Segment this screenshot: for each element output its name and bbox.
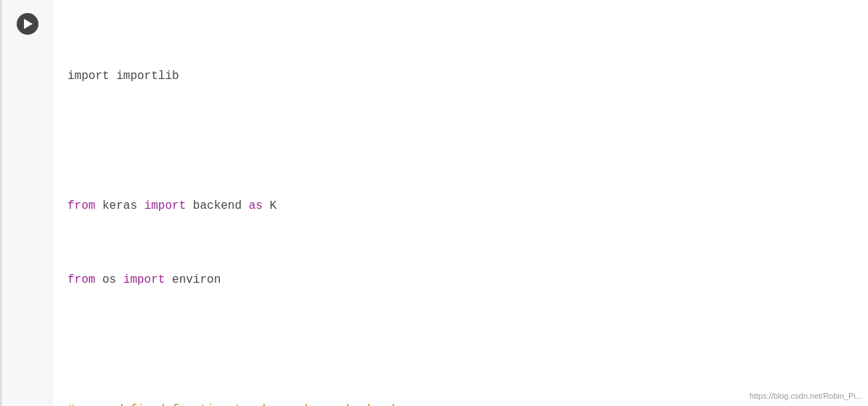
code-cell: import importlib from keras import backe… [0,0,868,406]
code-area: import importlib from keras import backe… [67,12,853,406]
watermark: https://blog.csdn.net/Robin_Pi... [750,392,862,400]
code-line-4: # user defined function to change keras … [67,401,853,406]
code-text: backend [186,199,248,212]
keyword-from: from [67,199,95,212]
code-line-3: from os import environ [67,271,853,290]
code-text: environ [165,273,221,286]
code-text: keras [95,199,144,212]
keyword-import2: import [144,199,187,212]
comment-line: # user defined function to change keras … [67,403,395,406]
keyword-import: import [67,70,110,83]
cell-gutter [2,0,53,406]
keyword-as: as [249,199,263,212]
code-text: K [263,199,277,212]
code-text: importlib [110,70,179,83]
code-line-2: from keras import backend as K [67,197,853,216]
run-button[interactable] [17,13,38,35]
notebook-container: import importlib from keras import backe… [0,0,868,406]
code-line-1: import importlib [67,67,853,86]
keyword-from2: from [67,273,95,286]
code-line-blank1 [67,123,853,142]
keyword-import3: import [123,273,165,286]
code-text: os [95,273,123,286]
code-line-blank2 [67,327,853,346]
cell-content[interactable]: import importlib from keras import backe… [53,0,868,406]
